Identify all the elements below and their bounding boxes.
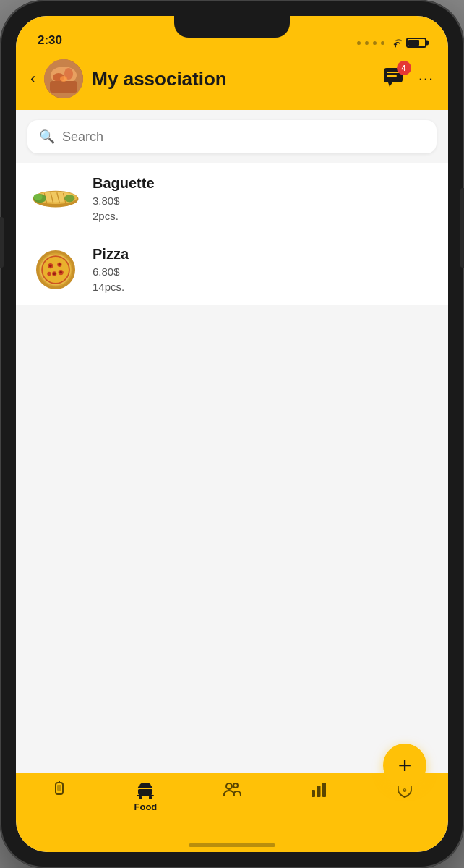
search-box[interactable]: 🔍 [27,120,437,153]
notch [174,16,290,38]
item-price: 6.80$ [93,265,129,278]
items-list: Baguette 3.80$ 2pcs. [16,163,448,305]
svg-point-33 [59,271,62,273]
svg-marker-8 [388,82,392,87]
stats-icon [309,780,328,799]
svg-point-19 [33,194,42,200]
app-header: ‹ My association [16,52,448,110]
svg-point-31 [59,263,61,266]
svg-point-43 [226,783,232,789]
more-button[interactable]: ··· [418,69,434,88]
svg-rect-38 [138,786,152,788]
svg-rect-36 [57,785,61,791]
phone-screen: 2:30 ‹ [16,16,448,852]
baguette-icon [30,185,81,213]
volume-button [0,217,4,268]
svg-point-44 [233,783,238,788]
svg-rect-10 [387,75,397,77]
chat-button[interactable]: 4 [382,65,407,93]
bottom-nav: Food [16,773,448,838]
header-actions: 4 ··· [382,65,434,93]
search-input[interactable] [62,129,425,145]
svg-point-30 [49,264,52,267]
item-info-baguette: Baguette 3.80$ 2pcs. [93,175,155,222]
item-info-pizza: Pizza 6.80$ 14pcs. [93,246,129,293]
svg-rect-41 [139,796,142,799]
nav-label-food: Food [134,801,158,812]
battery-icon [406,38,426,48]
svg-rect-5 [50,81,77,93]
svg-rect-42 [149,796,152,799]
page-title: My association [92,68,373,90]
item-name: Baguette [93,175,155,192]
home-bar [189,843,275,847]
pizza-icon [36,250,75,289]
phone-frame: 2:30 ‹ [0,0,464,868]
drink-icon [50,780,69,799]
svg-point-0 [395,46,396,48]
nav-item-people[interactable] [189,780,275,801]
svg-rect-47 [322,783,326,797]
search-icon: 🔍 [39,129,55,145]
food-icon [136,780,155,799]
nav-item-food[interactable]: Food [103,780,189,812]
search-container: 🔍 [16,110,448,163]
svg-rect-46 [317,786,320,797]
avatar-image [44,59,83,98]
svg-rect-45 [312,790,315,797]
add-button[interactable]: + [383,744,426,787]
item-image-baguette [30,180,81,218]
power-button [460,188,464,268]
wifi-icon [389,38,402,48]
svg-point-6 [60,76,67,82]
svg-point-29 [47,271,51,275]
svg-rect-39 [138,789,152,791]
back-button[interactable]: ‹ [30,69,35,88]
main-content: 🔍 [16,110,448,773]
avatar[interactable] [44,59,83,98]
signal-dot-1 [357,41,361,45]
home-indicator [16,838,448,852]
item-name: Pizza [93,246,129,263]
signal-dot-2 [365,41,369,45]
svg-rect-40 [137,795,154,796]
item-qty: 2pcs. [93,210,155,222]
status-time: 2:30 [38,33,62,48]
list-item[interactable]: Pizza 6.80$ 14pcs. [16,234,448,305]
list-item[interactable]: Baguette 3.80$ 2pcs. [16,163,448,234]
nav-item-stats[interactable] [275,780,362,801]
svg-point-32 [53,272,56,275]
nav-item-drink[interactable] [16,780,103,801]
svg-point-24 [43,257,69,283]
signal-dot-3 [373,41,377,45]
item-price: 3.80$ [93,195,155,207]
people-icon [223,780,241,799]
status-icons [357,38,426,48]
item-qty: 14pcs. [93,281,129,293]
svg-text:e: e [403,786,407,793]
notification-badge: 4 [397,61,411,75]
svg-point-20 [64,194,74,202]
item-image-pizza [30,251,81,289]
signal-dot-4 [381,41,384,45]
